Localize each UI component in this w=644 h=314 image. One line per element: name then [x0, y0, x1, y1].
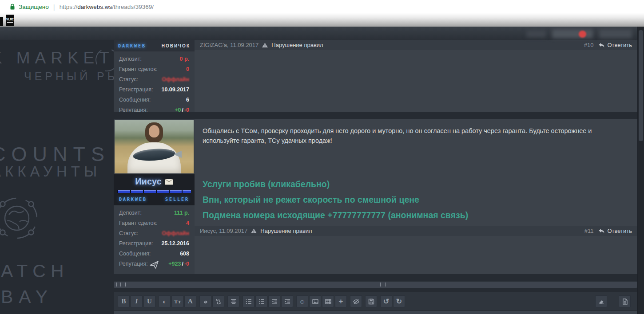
toggle-preview-eye-button[interactable]: [350, 295, 362, 307]
stat-registration: Регистрация: 10.09.2017: [119, 86, 189, 93]
italic-button[interactable]: I: [131, 295, 143, 307]
nav-blurred-item[interactable]: [599, 29, 632, 38]
tick-mark: [116, 283, 117, 287]
stat-label: Депозит:: [119, 56, 142, 62]
post-author-date[interactable]: ZIGiZAG'a, 11.09.2017: [200, 42, 258, 48]
bookmarks-strip: VLMI: [0, 13, 644, 27]
undo-button[interactable]: ↺: [380, 295, 392, 307]
nav-blurred-item[interactable]: [552, 29, 593, 38]
stat-value: 10.09.2017: [161, 86, 189, 93]
stat-value: +923/-0: [168, 261, 189, 267]
link-group: [199, 295, 224, 307]
reputation-separator: /: [182, 261, 183, 267]
reply-arrow-icon: [598, 228, 605, 234]
watermark-watch: ATCH: [1, 261, 69, 282]
insert-group: ☺: [296, 295, 347, 307]
signature-block: Услуги пробив (кликабельно) Впн, который…: [195, 177, 637, 223]
watermark-black-market-en: CK MARKET: [0, 49, 114, 67]
font-group: ◐ Tт A: [159, 295, 196, 307]
post-number[interactable]: #10: [584, 42, 594, 48]
reputation-negative: -0: [184, 107, 189, 112]
user-title-badge: НОВИЧОК: [162, 43, 190, 48]
post-author-date[interactable]: Иисус, 11.09.2017: [200, 228, 247, 234]
stat-label: Статус:: [119, 76, 138, 82]
align-group: [227, 295, 239, 307]
stat-registration: Регистрация: 25.12.2016: [119, 240, 189, 247]
vertical-scrollbar[interactable]: [637, 27, 644, 314]
tick-mark: [376, 283, 376, 287]
group-badge[interactable]: DARKWEB: [119, 197, 147, 202]
font-size-button[interactable]: Tт: [171, 295, 183, 307]
warning-icon: [250, 228, 257, 234]
group-badge[interactable]: DARKWEB: [118, 43, 146, 48]
stat-value: +0/-0: [175, 107, 189, 112]
stat-label: Репутация:: [119, 107, 148, 112]
outdent-button[interactable]: [268, 295, 280, 307]
notification-badge[interactable]: [579, 31, 586, 38]
unlink-button[interactable]: [212, 295, 224, 307]
reply-textarea[interactable]: Н: [114, 310, 637, 314]
post-number[interactable]: #11: [584, 228, 594, 234]
reply-button[interactable]: Ответить: [598, 42, 632, 48]
stat-label: Регистрация:: [119, 240, 153, 247]
bbcode-source-button[interactable]: [619, 295, 631, 307]
indent-button[interactable]: [281, 295, 293, 307]
reputation-positive: +923: [168, 261, 181, 267]
address-separator: |: [53, 3, 55, 11]
url-scheme: https://: [60, 4, 78, 10]
insert-media-button[interactable]: [322, 295, 334, 307]
report-link[interactable]: Нарушение правил: [260, 228, 312, 234]
reply-label: Ответить: [607, 228, 632, 234]
redo-button[interactable]: ↻: [393, 295, 405, 307]
user-title-badge: SELLER: [165, 197, 189, 202]
avatar[interactable]: [115, 120, 194, 173]
stat-label: Депозит:: [119, 210, 142, 216]
stat-label: Сообщения:: [119, 251, 151, 257]
partial-favicon[interactable]: [0, 17, 3, 26]
stat-value: 0: [186, 66, 189, 72]
stat-label: Гарант сделок:: [119, 66, 157, 72]
message-envelope-icon[interactable]: [165, 179, 173, 185]
stat-deposit: Депозит: 0 р.: [119, 56, 189, 62]
stat-label: Статус:: [119, 230, 138, 236]
forum-top-nav: [0, 27, 644, 40]
stat-value: 4: [186, 220, 189, 226]
thread: DARKWEB НОВИЧОК Депозит: 0 р. Гарант сде…: [114, 40, 637, 314]
reputation-positive: +0: [175, 107, 181, 112]
watermark-accounts-en: COUNTS: [0, 143, 110, 166]
scrollbar-thumb[interactable]: [639, 30, 643, 141]
insert-link-button[interactable]: [199, 295, 211, 307]
watermark-accounts-ru: АККАУНТЫ: [0, 163, 101, 180]
username-link[interactable]: Иисус: [135, 177, 162, 187]
signature-link[interactable]: Услуги пробив (кликабельно): [203, 177, 629, 192]
font-family-button[interactable]: A: [184, 295, 196, 307]
save-draft-button[interactable]: [365, 295, 377, 307]
bold-button[interactable]: B: [118, 295, 130, 307]
remove-formatting-eraser-button[interactable]: [595, 295, 607, 307]
report-link[interactable]: Нарушение правил: [271, 42, 323, 48]
text-color-button[interactable]: ◐: [159, 295, 171, 307]
stat-value: 25.12.2016: [161, 240, 189, 247]
signature-link[interactable]: Впн, который не режет скорость по смешно…: [203, 192, 629, 208]
smilies-button[interactable]: ☺: [296, 295, 308, 307]
telegram-plane-icon[interactable]: [150, 261, 159, 269]
underline-button[interactable]: U: [143, 295, 155, 307]
alignment-button[interactable]: [227, 295, 239, 307]
more-insert-button[interactable]: +: [335, 295, 347, 307]
horizontal-scrollbar[interactable]: [114, 281, 637, 288]
ordered-list-button[interactable]: [242, 295, 254, 307]
unordered-list-button[interactable]: [255, 295, 267, 307]
secure-lock-icon[interactable]: [10, 4, 15, 10]
signature-link[interactable]: Подмена номера исходящие +77777777777 (а…: [203, 208, 629, 223]
reply-button[interactable]: Ответить: [598, 228, 632, 234]
url-field[interactable]: https://darkwebs.ws/threads/39369/: [60, 4, 154, 10]
post-10-meta-row: ZIGiZAG'a, 11.09.2017 Нарушение правил #…: [195, 40, 637, 50]
stat-deals: Гарант сделок: 4: [119, 220, 189, 226]
vlmi-favicon[interactable]: VLMI: [6, 15, 14, 26]
post-body-text: Общались с ТСом, проверку проходить для …: [195, 119, 637, 145]
post-10-main: ZIGiZAG'a, 11.09.2017 Нарушение правил #…: [195, 40, 637, 112]
nav-blurred-item[interactable]: [526, 30, 546, 37]
post-11-main: Общались с ТСом, проверку проходить для …: [195, 119, 637, 274]
insert-image-button[interactable]: [309, 295, 321, 307]
post-11-user-panel: Иисус DARKWEB SELLER: [114, 119, 195, 274]
